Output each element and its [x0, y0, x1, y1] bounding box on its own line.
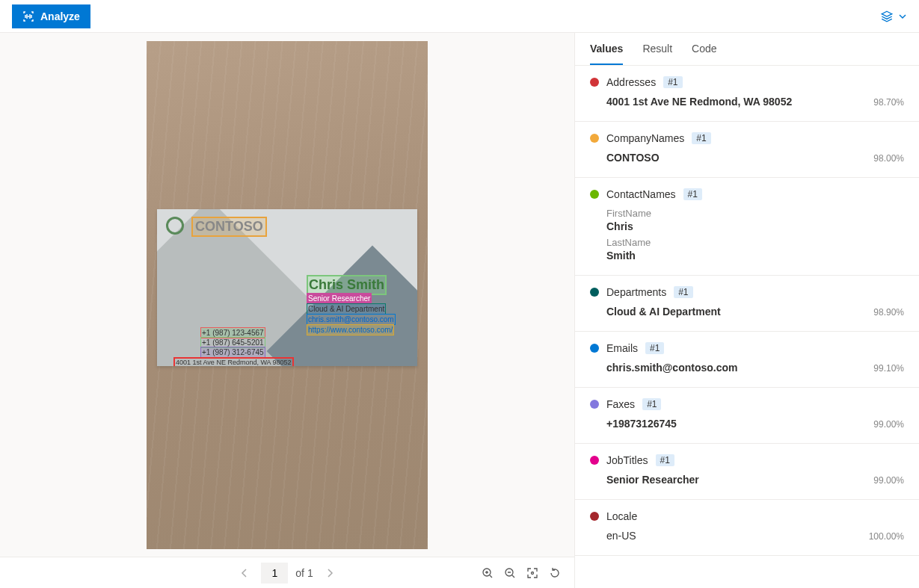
- field-jobtitles[interactable]: JobTitles #1 Senior Researcher 99.00%: [575, 444, 919, 500]
- dot-icon: [590, 134, 599, 143]
- document-image[interactable]: CONTOSO Chris Smith Senior Researcher Cl…: [147, 41, 428, 549]
- count-badge: #1: [656, 454, 674, 466]
- document-viewer: CONTOSO Chris Smith Senior Researcher Cl…: [0, 33, 575, 588]
- company-logo: [166, 217, 184, 235]
- chevron-down-icon: [898, 12, 907, 21]
- field-label: Faxes: [606, 398, 635, 410]
- tab-code[interactable]: Code: [692, 33, 716, 65]
- highlight-company[interactable]: CONTOSO: [191, 217, 267, 237]
- confidence-label: 98.90%: [873, 307, 904, 318]
- tab-result[interactable]: Result: [642, 33, 672, 65]
- zoom-out-button[interactable]: [504, 567, 516, 579]
- dot-icon: [590, 78, 599, 87]
- count-badge: #1: [683, 188, 702, 200]
- analyze-button[interactable]: Analyze: [12, 4, 90, 28]
- highlight-jobtitle[interactable]: Senior Researcher: [307, 293, 372, 304]
- confidence-label: 98.00%: [873, 153, 904, 164]
- subfield-value: Chris: [606, 220, 904, 232]
- field-label: CompanyNames: [606, 132, 684, 144]
- highlight-website[interactable]: https://www.contoso.com/: [307, 324, 394, 335]
- field-label: Locale: [606, 510, 637, 522]
- subfield-label: FirstName: [606, 208, 904, 219]
- count-badge: #1: [642, 398, 661, 410]
- confidence-label: 98.70%: [873, 97, 904, 108]
- tab-values[interactable]: Values: [590, 33, 623, 65]
- svg-point-2: [532, 572, 534, 574]
- analyze-icon: [22, 10, 34, 22]
- subfield-value: Smith: [606, 250, 904, 261]
- field-value: Senior Researcher: [606, 474, 699, 486]
- field-companynames[interactable]: CompanyNames #1 CONTOSO 98.00%: [575, 122, 919, 178]
- field-departments[interactable]: Departments #1 Cloud & AI Department 98.…: [575, 276, 919, 332]
- field-label: Emails: [606, 342, 638, 354]
- analyze-label: Analyze: [40, 10, 80, 22]
- rotate-button[interactable]: [549, 567, 561, 579]
- highlight-fax[interactable]: +1 (987) 312-6745: [200, 347, 265, 358]
- next-page-button[interactable]: [321, 564, 339, 582]
- confidence-label: 99.00%: [873, 475, 904, 486]
- field-addresses[interactable]: Addresses #1 4001 1st Ave NE Redmond, WA…: [575, 66, 919, 122]
- field-faxes[interactable]: Faxes #1 +19873126745 99.00%: [575, 388, 919, 444]
- subfield-label: LastName: [606, 237, 904, 248]
- field-locale[interactable]: Locale en-US 100.00%: [575, 500, 919, 556]
- confidence-label: 99.00%: [873, 419, 904, 430]
- confidence-label: 99.10%: [873, 363, 904, 374]
- dot-icon: [590, 456, 599, 465]
- dot-icon: [590, 400, 599, 409]
- field-value: en-US: [606, 530, 636, 542]
- highlight-address[interactable]: 4001 1st Ave NE Redmond, WA 98052: [173, 357, 294, 366]
- confidence-label: 100.00%: [869, 531, 904, 542]
- count-badge: #1: [674, 286, 692, 298]
- prev-page-button[interactable]: [236, 564, 253, 582]
- dot-icon: [590, 190, 599, 199]
- field-contactnames[interactable]: ContactNames #1 FirstName Chris LastName…: [575, 178, 919, 276]
- page-total-label: of 1: [295, 567, 313, 579]
- field-value: CONTOSO: [606, 152, 660, 164]
- results-list[interactable]: Addresses #1 4001 1st Ave NE Redmond, WA…: [575, 66, 919, 588]
- field-value: chris.smith@contoso.com: [606, 362, 737, 374]
- highlight-department[interactable]: Cloud & AI Department: [307, 303, 386, 315]
- count-badge: #1: [663, 76, 682, 88]
- highlight-email[interactable]: chris.smith@contoso.com: [307, 314, 396, 325]
- field-value: 4001 1st Ave NE Redmond, WA 98052: [606, 96, 792, 108]
- field-label: JobTitles: [606, 454, 648, 466]
- dot-icon: [590, 512, 599, 521]
- field-label: ContactNames: [606, 188, 676, 200]
- field-value: Cloud & AI Department: [606, 306, 721, 318]
- dot-icon: [590, 288, 599, 297]
- layers-dropdown[interactable]: [880, 10, 907, 23]
- count-badge: #1: [645, 342, 664, 354]
- field-label: Addresses: [606, 76, 656, 88]
- field-value: +19873126745: [606, 418, 677, 430]
- field-emails[interactable]: Emails #1 chris.smith@contoso.com 99.10%: [575, 332, 919, 388]
- layers-icon: [880, 10, 894, 23]
- field-label: Departments: [606, 286, 666, 298]
- dot-icon: [590, 344, 599, 353]
- zoom-in-button[interactable]: [482, 567, 494, 579]
- count-badge: #1: [692, 132, 710, 144]
- fit-button[interactable]: [526, 567, 538, 579]
- page-input[interactable]: [261, 563, 288, 584]
